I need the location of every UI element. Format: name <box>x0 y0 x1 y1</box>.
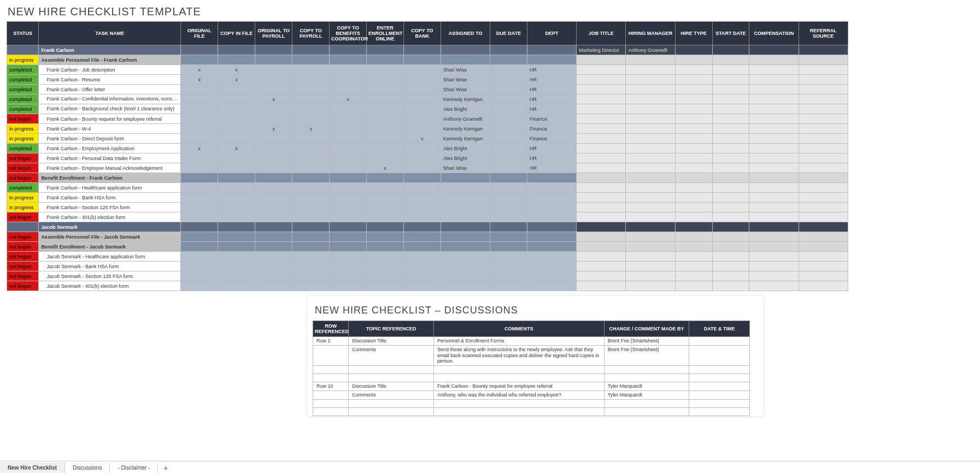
assigned-cell[interactable] <box>441 45 490 55</box>
mark-cell[interactable] <box>292 262 330 271</box>
comp-cell[interactable] <box>749 242 799 252</box>
mark-cell[interactable] <box>403 242 441 252</box>
disc-by-cell[interactable] <box>604 407 689 416</box>
disc-row-cell[interactable] <box>313 374 349 382</box>
task-cell[interactable]: Frank Carlson - Confidential information… <box>39 94 181 104</box>
ref-cell[interactable] <box>799 163 848 173</box>
hireType-cell[interactable] <box>675 134 712 144</box>
status-cell[interactable]: not begun <box>7 271 39 281</box>
mark-cell[interactable]: x <box>181 65 218 75</box>
comp-cell[interactable] <box>749 75 799 85</box>
mark-cell[interactable] <box>255 203 292 212</box>
mark-cell[interactable] <box>255 222 292 232</box>
mark-cell[interactable] <box>255 134 292 144</box>
disc-row-cell[interactable] <box>313 407 349 416</box>
startDate-cell[interactable] <box>712 193 749 203</box>
mark-cell[interactable] <box>292 163 330 173</box>
mark-cell[interactable] <box>403 85 441 94</box>
mark-cell[interactable] <box>218 252 255 262</box>
mark-cell[interactable] <box>218 153 255 163</box>
startDate-cell[interactable] <box>712 55 749 65</box>
startDate-cell[interactable] <box>712 212 749 222</box>
startDate-cell[interactable] <box>712 104 749 114</box>
status-cell[interactable]: completed <box>7 144 39 153</box>
assigned-cell[interactable]: Kennedy Kerrigan <box>441 134 490 144</box>
startDate-cell[interactable] <box>712 281 749 291</box>
hiringMgr-cell[interactable] <box>626 173 675 183</box>
table-row[interactable]: not begunAssemble Personnel File - Jacob… <box>7 232 848 242</box>
assigned-cell[interactable] <box>441 212 490 222</box>
task-cell[interactable]: Jacob Senmark - 401(k) election form <box>39 281 181 291</box>
mark-cell[interactable] <box>330 134 367 144</box>
disc-topic-cell[interactable] <box>349 374 434 382</box>
mark-cell[interactable] <box>330 114 367 124</box>
jobTitle-cell[interactable] <box>577 124 626 134</box>
disc-row-cell[interactable]: Row 10 <box>313 382 349 391</box>
table-row[interactable]: not begunFrank Carlson - Personal Data I… <box>7 153 848 163</box>
mark-cell[interactable]: x <box>255 94 292 104</box>
status-cell[interactable]: completed <box>7 65 39 75</box>
mark-cell[interactable] <box>218 94 255 104</box>
disc-comment-cell[interactable]: Personnel & Enrollment Forms <box>434 337 605 346</box>
mark-cell[interactable] <box>367 203 404 212</box>
table-row[interactable]: in progressFrank Carlson - Direct Deposi… <box>7 134 848 144</box>
hireType-cell[interactable] <box>675 75 712 85</box>
table-row[interactable]: completedFrank Carlson - Offer letterSha… <box>7 85 848 94</box>
comp-cell[interactable] <box>749 85 799 94</box>
task-cell[interactable]: Frank Carlson <box>39 45 181 55</box>
startDate-cell[interactable] <box>712 85 749 94</box>
task-cell[interactable]: Benefit Enrollment - Jacob Senmark <box>39 242 181 252</box>
comp-cell[interactable] <box>749 45 799 55</box>
status-cell[interactable]: completed <box>7 183 39 193</box>
assigned-cell[interactable]: Shari Wise <box>441 75 490 85</box>
due-cell[interactable] <box>490 281 527 291</box>
status-cell[interactable]: not begun <box>7 173 39 183</box>
mark-cell[interactable] <box>403 104 441 114</box>
mark-cell[interactable] <box>255 262 292 271</box>
hireType-cell[interactable] <box>675 222 712 232</box>
status-cell[interactable]: completed <box>7 75 39 85</box>
mark-cell[interactable] <box>367 232 404 242</box>
disc-comment-cell[interactable] <box>434 407 605 416</box>
mark-cell[interactable] <box>367 55 404 65</box>
mark-cell[interactable] <box>255 242 292 252</box>
comp-cell[interactable] <box>749 55 799 65</box>
mark-cell[interactable] <box>218 242 255 252</box>
mark-cell[interactable] <box>181 163 218 173</box>
task-cell[interactable]: Benefit Enrollment - Frank Carlson <box>39 173 181 183</box>
dept-cell[interactable] <box>527 271 576 281</box>
dept-cell[interactable]: HR <box>527 65 576 75</box>
disc-dt-cell[interactable] <box>689 345 750 365</box>
hireType-cell[interactable] <box>675 124 712 134</box>
hireType-cell[interactable] <box>675 45 712 55</box>
mark-cell[interactable] <box>367 144 404 153</box>
mark-cell[interactable] <box>292 134 330 144</box>
jobTitle-cell[interactable] <box>577 144 626 153</box>
ref-cell[interactable] <box>799 232 848 242</box>
startDate-cell[interactable] <box>712 114 749 124</box>
ref-cell[interactable] <box>799 242 848 252</box>
mark-cell[interactable] <box>292 85 330 94</box>
table-row[interactable]: not begunFrank Carlson - Employee Manual… <box>7 163 848 173</box>
mark-cell[interactable] <box>367 75 404 85</box>
due-cell[interactable] <box>490 45 527 55</box>
startDate-cell[interactable] <box>712 173 749 183</box>
sheet-tab[interactable]: Discussions <box>65 463 110 473</box>
assigned-cell[interactable]: Shari Wise <box>441 163 490 173</box>
disc-dt-cell[interactable] <box>689 337 750 346</box>
mark-cell[interactable]: x <box>218 144 255 153</box>
jobTitle-cell[interactable] <box>577 242 626 252</box>
mark-cell[interactable] <box>218 193 255 203</box>
mark-cell[interactable] <box>292 203 330 212</box>
comp-cell[interactable] <box>749 114 799 124</box>
table-row[interactable]: not begunJacob Senmark - Section 125 FSA… <box>7 271 848 281</box>
hiringMgr-cell[interactable] <box>626 163 675 173</box>
task-cell[interactable]: Frank Carlson - Section 125 FSA form <box>39 203 181 212</box>
mark-cell[interactable] <box>292 271 330 281</box>
ref-cell[interactable] <box>799 124 848 134</box>
mark-cell[interactable] <box>292 242 330 252</box>
mark-cell[interactable] <box>255 104 292 114</box>
status-cell[interactable] <box>7 222 39 232</box>
hireType-cell[interactable] <box>675 262 712 271</box>
status-cell[interactable]: completed <box>7 104 39 114</box>
